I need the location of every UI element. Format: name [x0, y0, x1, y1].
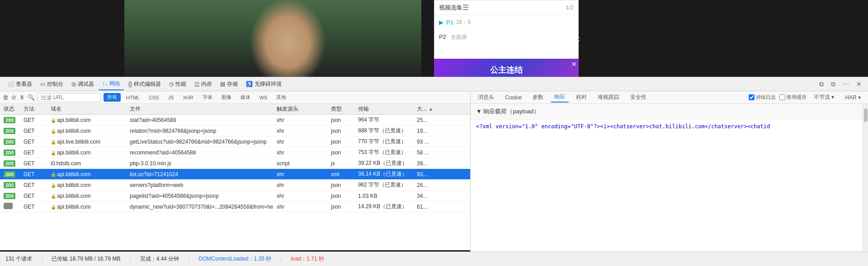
filter-tag-all[interactable]: 所有 [104, 93, 121, 102]
table-row[interactable]: 200 GET 🔒api.bilibili.com relation?mid=9… [0, 126, 470, 136]
filter-tag-js[interactable]: JS [165, 93, 178, 102]
row-status: 200 [0, 160, 24, 167]
network-label: 网络 [109, 80, 120, 88]
tab-security[interactable]: 安全性 [627, 93, 650, 102]
tab-cookie[interactable]: Cookie [501, 93, 525, 102]
table-row-selected[interactable]: 200 GET 🔒api.bilibili.com list.so?id=712… [0, 169, 470, 180]
accessibility-icon: ♿ [246, 81, 253, 87]
more-icon[interactable]: ⋯ [840, 79, 852, 89]
disable-cache-label: 禁用缓存 [787, 94, 807, 101]
col-header-method: 方法 [24, 105, 51, 113]
tab-stack-trace[interactable]: 堆栈跟踪 [594, 93, 623, 102]
col-header-status: 状态 [0, 105, 24, 113]
performance-icon: ◷ [169, 81, 174, 87]
table-row[interactable]: 200 GET 🔒api.bilibili.com pagelist?aid=4… [0, 191, 470, 201]
console-label: 控制台 [47, 80, 63, 88]
toolbar-btn-inspector[interactable]: ⬜ 查看器 [4, 79, 36, 90]
col-header-size[interactable]: 大... ▲ [417, 105, 453, 113]
row-method: GET [24, 182, 51, 188]
table-row[interactable]: 200 GET 🔒api.bilibili.com stat?aid=40564… [0, 115, 470, 126]
toolbar-btn-storage[interactable]: ▤ 存储 [217, 79, 241, 90]
row-file: dynamic_new?uid=3807707370&t=...20842645… [130, 204, 277, 210]
tab-message-header[interactable]: 消息头 [474, 93, 498, 102]
console-icon: ▭ [40, 81, 45, 87]
finished-time: 完成：4.44 分钟 [140, 255, 179, 263]
search-icon[interactable]: 🔍 [28, 94, 35, 101]
row-method: GET [24, 171, 51, 177]
toolbar-btn-network[interactable]: ↑↓ 网络 [99, 78, 124, 90]
row-status [0, 203, 24, 210]
row-file: list.so?id=71241024 [130, 171, 277, 177]
row-type: json [331, 139, 358, 145]
disable-cache-input[interactable] [779, 94, 785, 100]
row-file: relation?mid=9824766&jsonp=jsonp [130, 128, 277, 134]
trash-icon[interactable]: 🗑 [3, 94, 9, 101]
row-file: getLiveStatus?uid=9824766&mid=9824766&js… [130, 139, 277, 145]
pause-icon[interactable]: ⏸ [19, 94, 25, 101]
playlist-item-p2[interactable]: P2 全面屏 [434, 30, 578, 45]
table-row[interactable]: GET 🔒api.bilibili.com dynamic_new?uid=38… [0, 201, 470, 212]
filter-url-input[interactable] [38, 93, 101, 102]
right-panel: ▼ 响应载荷（payload） <?xml version="1.0" enco… [470, 104, 868, 266]
row-file: stat?aid=40564588 [130, 117, 277, 123]
tab-response[interactable]: 响应 [551, 92, 569, 103]
playlist-item-p1-ratio: 16：9 [456, 19, 471, 26]
filter-tag-media[interactable]: 媒体 [237, 93, 254, 102]
tab-params[interactable]: 参数 [529, 93, 547, 102]
row-method: GET [24, 204, 51, 210]
persist-log-input[interactable] [749, 94, 755, 100]
tab-timing[interactable]: 耗时 [572, 93, 590, 102]
persist-log-checkbox[interactable]: 持续日志 [749, 94, 776, 101]
table-scrollbar[interactable] [863, 104, 868, 252]
filter-tag-image[interactable]: 图像 [218, 93, 235, 102]
toolbar-btn-style-editor[interactable]: {} 样式编辑器 [125, 79, 165, 90]
storage-label: 存储 [227, 80, 238, 88]
col-header-type: 类型 [331, 105, 358, 113]
toolbar-btn-debugger[interactable]: ◎ 调试器 [68, 79, 98, 90]
row-type: js [331, 160, 358, 167]
row-status: 200 [0, 182, 24, 188]
filter-tag-other[interactable]: 其他 [273, 93, 290, 102]
accessibility-label: 无障碍环境 [255, 80, 282, 88]
table-row[interactable]: 200 GET 🔒api.bilibili.com servers?platfo… [0, 180, 470, 191]
filter-tag-font[interactable]: 字体 [199, 93, 216, 102]
payload-section-title: ▼ 响应载荷（payload） [471, 104, 868, 120]
har-dropdown[interactable]: HAR ▾ [841, 93, 864, 102]
table-row[interactable]: 200 GET 🔒api.live.bilibili.com getLiveSt… [0, 136, 470, 147]
toolbar-btn-memory[interactable]: ◫ 内存 [191, 79, 216, 90]
row-domain: 🔒api.bilibili.com [51, 149, 130, 156]
filter-tags: 所有 HTML CSS JS XHR 字体 图像 媒体 WS 其他 [104, 93, 290, 102]
row-trigger: xhr [277, 193, 331, 199]
scrollbar-thumb[interactable] [864, 108, 868, 122]
row-file: recommend?aid=40564588 [130, 149, 277, 156]
filter-tag-html[interactable]: HTML [123, 93, 143, 102]
row-trigger: xhr [277, 128, 331, 134]
row-trigger: xhr [277, 149, 331, 156]
playlist-item-p1[interactable]: ▶ P1 16：9 [434, 15, 578, 30]
disable-cache-checkbox[interactable]: 禁用缓存 [779, 94, 807, 101]
toolbar-btn-performance[interactable]: ◷ 性能 [165, 79, 190, 90]
col-header-domain: 域名 [51, 105, 130, 113]
dock-icon-1[interactable]: ⧉ [816, 79, 826, 90]
network-table[interactable]: 200 GET 🔒api.bilibili.com stat?aid=40564… [0, 115, 470, 250]
table-row[interactable]: 200 GET 🔒api.bilibili.com recommend?aid=… [0, 147, 470, 158]
row-status: 200 [0, 117, 24, 123]
expand-arrow[interactable]: ‹ [575, 0, 582, 77]
close-devtools-button[interactable]: ✕ [854, 79, 864, 89]
table-row[interactable]: 200 GET i0.hdslb.com pbp-3.0.10.min.js s… [0, 158, 470, 169]
throttle-dropdown[interactable]: 不节流 ▾ [810, 93, 838, 102]
row-status: 200 [0, 139, 24, 145]
toolbar-btn-accessibility[interactable]: ♿ 无障碍环境 [242, 79, 285, 90]
filter-tag-xhr[interactable]: XHR [179, 93, 197, 102]
row-type: json [331, 128, 358, 134]
row-size: 58 ... [417, 149, 453, 156]
dock-icon-2[interactable]: ⧉ [828, 79, 838, 90]
row-size: 19... [417, 128, 453, 134]
row-domain: 🔒api.bilibili.com [51, 193, 130, 199]
filter-tag-ws[interactable]: WS [256, 93, 271, 102]
filter-tag-css[interactable]: CSS [145, 93, 163, 102]
sort-icon: ▲ [429, 107, 433, 112]
row-transfer: 14.29 KB（已竟速） [358, 203, 417, 210]
row-size: 34... [417, 193, 453, 199]
toolbar-btn-console[interactable]: ▭ 控制台 [37, 79, 67, 90]
